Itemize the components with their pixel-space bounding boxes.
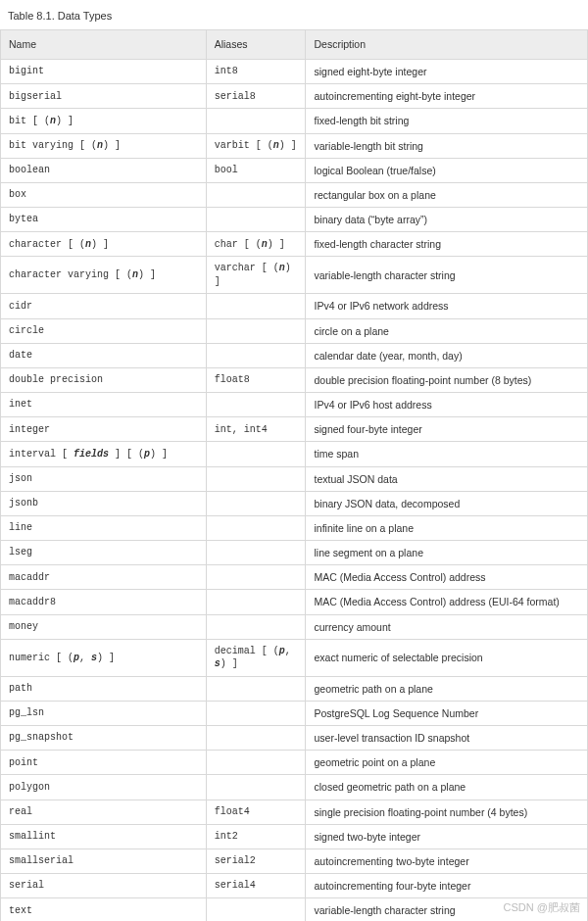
cell-name: interval [ fields ] [ (p) ] [1, 442, 207, 466]
cell-description: circle on a plane [306, 318, 588, 343]
cell-name: character varying [ (n) ] [1, 257, 207, 294]
cell-aliases: varchar [ (n) ] [206, 257, 306, 294]
cell-description: binary JSON data, decomposed [306, 491, 588, 515]
cell-description: variable-length character string [306, 257, 588, 294]
cell-aliases [206, 565, 306, 590]
cell-description: autoincrementing eight-byte integer [306, 84, 588, 109]
table-row: bigserialserial8autoincrementing eight-b… [1, 84, 588, 109]
cell-aliases: decimal [ (p, s) ] [206, 639, 306, 676]
table-row: smallintint2signed two-byte integer [1, 824, 588, 848]
cell-name: double precision [1, 367, 207, 392]
table-row: textvariable-length character string [1, 898, 588, 921]
table-row: byteabinary data (“byte array”) [1, 208, 588, 232]
table-header-row: Name Aliases Description [1, 30, 588, 60]
col-aliases-header: Aliases [206, 30, 306, 60]
cell-name: json [1, 466, 207, 491]
cell-aliases [206, 466, 306, 491]
cell-aliases [206, 491, 306, 515]
data-types-table: Name Aliases Description bigintint8signe… [0, 29, 588, 921]
cell-description: variable-length bit string [306, 133, 588, 158]
table-row: interval [ fields ] [ (p) ]time span [1, 442, 588, 466]
cell-aliases [206, 898, 306, 921]
cell-description: PostgreSQL Log Sequence Number [306, 701, 588, 725]
table-row: bigintint8signed eight-byte integer [1, 60, 588, 84]
cell-name: polygon [1, 775, 207, 800]
cell-aliases: serial2 [206, 848, 306, 873]
cell-name: pg_lsn [1, 701, 207, 725]
cell-description: fixed-length character string [306, 232, 588, 257]
cell-description: variable-length character string [306, 898, 588, 921]
cell-aliases [206, 775, 306, 800]
cell-name: pg_snapshot [1, 726, 207, 751]
cell-aliases: float8 [206, 367, 306, 392]
cell-name: line [1, 515, 207, 540]
cell-name: smallint [1, 824, 207, 848]
table-row: bit [ (n) ]fixed-length bit string [1, 109, 588, 133]
cell-name: box [1, 182, 207, 207]
cell-name: bigserial [1, 84, 207, 109]
cell-aliases [206, 726, 306, 751]
table-row: moneycurrency amount [1, 614, 588, 639]
cell-description: currency amount [306, 614, 588, 639]
table-row: pointgeometric point on a plane [1, 751, 588, 775]
cell-aliases [206, 515, 306, 540]
cell-name: real [1, 800, 207, 824]
cell-description: autoincrementing four-byte integer [306, 874, 588, 898]
cell-name: smallserial [1, 848, 207, 873]
cell-description: calendar date (year, month, day) [306, 343, 588, 367]
table-row: circlecircle on a plane [1, 318, 588, 343]
cell-description: MAC (Media Access Control) address (EUI-… [306, 590, 588, 614]
table-row: jsontextual JSON data [1, 466, 588, 491]
table-row: character [ (n) ]char [ (n) ]fixed-lengt… [1, 232, 588, 257]
cell-aliases [206, 541, 306, 565]
table-caption: Table 8.1. Data Types [0, 0, 588, 29]
table-row: numeric [ (p, s) ]decimal [ (p, s) ]exac… [1, 639, 588, 676]
cell-name: inet [1, 393, 207, 417]
table-row: pathgeometric path on a plane [1, 676, 588, 701]
cell-aliases [206, 318, 306, 343]
table-row: realfloat4single precision floating-poin… [1, 800, 588, 824]
cell-name: bytea [1, 208, 207, 232]
cell-aliases [206, 343, 306, 367]
cell-aliases: char [ (n) ] [206, 232, 306, 257]
cell-aliases: bool [206, 158, 306, 182]
cell-aliases: int2 [206, 824, 306, 848]
cell-aliases: int, int4 [206, 417, 306, 442]
cell-description: infinite line on a plane [306, 515, 588, 540]
table-row: datecalendar date (year, month, day) [1, 343, 588, 367]
table-row: double precisionfloat8double precision f… [1, 367, 588, 392]
cell-description: exact numeric of selectable precision [306, 639, 588, 676]
cell-description: signed eight-byte integer [306, 60, 588, 84]
table-row: integerint, int4signed four-byte integer [1, 417, 588, 442]
cell-name: bigint [1, 60, 207, 84]
cell-description: geometric point on a plane [306, 751, 588, 775]
cell-aliases: float4 [206, 800, 306, 824]
cell-aliases [206, 442, 306, 466]
cell-name: bit [ (n) ] [1, 109, 207, 133]
col-description-header: Description [306, 30, 588, 60]
cell-aliases [206, 182, 306, 207]
cell-description: closed geometric path on a plane [306, 775, 588, 800]
cell-description: double precision floating-point number (… [306, 367, 588, 392]
cell-name: lseg [1, 541, 207, 565]
cell-name: point [1, 751, 207, 775]
table-row: macaddr8MAC (Media Access Control) addre… [1, 590, 588, 614]
cell-name: boolean [1, 158, 207, 182]
cell-description: signed four-byte integer [306, 417, 588, 442]
table-row: bit varying [ (n) ]varbit [ (n) ]variabl… [1, 133, 588, 158]
cell-name: integer [1, 417, 207, 442]
table-row: lineinfinite line on a plane [1, 515, 588, 540]
table-row: booleanboollogical Boolean (true/false) [1, 158, 588, 182]
cell-name: macaddr [1, 565, 207, 590]
table-row: jsonbbinary JSON data, decomposed [1, 491, 588, 515]
table-row: smallserialserial2autoincrementing two-b… [1, 848, 588, 873]
table-row: serialserial4autoincrementing four-byte … [1, 874, 588, 898]
cell-description: single precision floating-point number (… [306, 800, 588, 824]
table-row: cidrIPv4 or IPv6 network address [1, 294, 588, 318]
table-row: character varying [ (n) ]varchar [ (n) ]… [1, 257, 588, 294]
cell-description: line segment on a plane [306, 541, 588, 565]
cell-aliases [206, 701, 306, 725]
table-row: pg_snapshotuser-level transaction ID sna… [1, 726, 588, 751]
cell-name: bit varying [ (n) ] [1, 133, 207, 158]
cell-name: cidr [1, 294, 207, 318]
